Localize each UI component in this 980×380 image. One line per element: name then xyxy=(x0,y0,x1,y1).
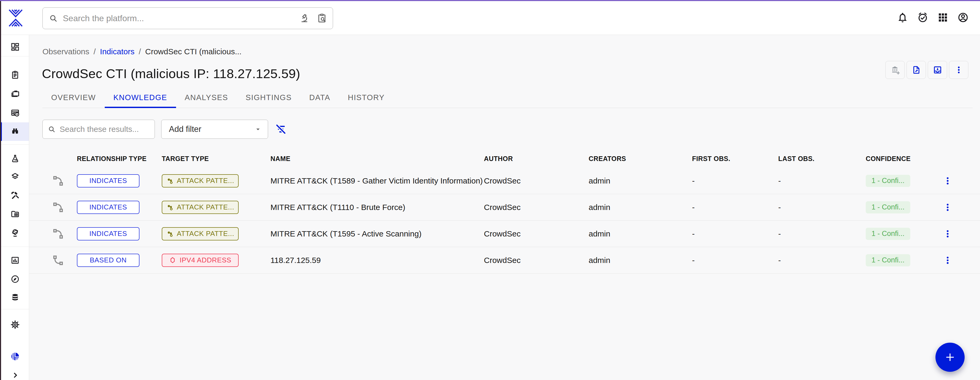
investigations-compass-icon xyxy=(10,274,20,284)
sidebar-item-cases[interactable] xyxy=(1,84,29,103)
dashboard-icon xyxy=(10,42,20,52)
account-circle-icon[interactable] xyxy=(957,12,969,23)
inbox-download-icon xyxy=(933,65,942,75)
breadcrumb-current: CrowdSec CTI (malicious... xyxy=(145,47,242,56)
attack-pattern-icon xyxy=(166,204,174,211)
sidebar-divider xyxy=(1,309,29,309)
table-row[interactable]: BASED ON IPV4 ADDRESS 118.27.125.59 Crow… xyxy=(29,247,980,274)
search-icon xyxy=(48,125,56,133)
sidebar-item-techniques[interactable] xyxy=(1,186,29,205)
entities-folder-icon xyxy=(10,209,20,219)
column-creators: CREATORS xyxy=(589,155,626,163)
sidebar-item-locations[interactable] xyxy=(1,223,29,242)
attack-pattern-icon xyxy=(166,177,174,185)
column-confidence: CONFIDENCE xyxy=(866,155,910,163)
sidebar-item-filigran[interactable] xyxy=(1,347,29,366)
sidebar-item-threats[interactable] xyxy=(1,149,29,168)
column-author: AUTHOR xyxy=(484,155,513,163)
sidebar-item-events[interactable] xyxy=(1,104,29,122)
author-cell: CrowdSec xyxy=(484,256,520,265)
target-type-chip: ATTACK PATTE... xyxy=(162,201,239,214)
sidebar-item-dashboards[interactable] xyxy=(1,251,29,269)
table-row[interactable]: INDICATES ATTACK PATTE... MITRE ATT&CK (… xyxy=(29,220,980,247)
dashboards-chart-icon xyxy=(10,255,20,265)
header-actions xyxy=(885,61,968,79)
target-type-chip: ATTACK PATTE... xyxy=(162,174,239,187)
sidebar-item-investigations[interactable] xyxy=(1,270,29,288)
threats-flask-icon xyxy=(10,154,20,163)
global-search-input[interactable] xyxy=(63,14,294,23)
kebab-menu-icon xyxy=(943,229,953,239)
opencti-logo[interactable] xyxy=(7,8,24,27)
row-menu-button[interactable] xyxy=(941,173,954,189)
row-menu-button[interactable] xyxy=(941,225,954,242)
settings-gear-icon xyxy=(10,320,20,329)
last-obs-cell: - xyxy=(778,256,781,265)
topbar xyxy=(1,1,980,35)
relationship-link-icon xyxy=(52,254,64,267)
table-row[interactable]: INDICATES ATTACK PATTE... MITRE ATT&CK (… xyxy=(29,168,980,194)
sidebar-item-analyses[interactable] xyxy=(1,66,29,84)
tab-data[interactable]: DATA xyxy=(301,87,339,108)
observations-binoculars-icon xyxy=(10,127,20,136)
first-obs-cell: - xyxy=(692,256,695,265)
relationship-link-icon xyxy=(52,228,64,240)
main-content: Observations / Indicators / CrowdSec CTI… xyxy=(29,35,980,380)
export-button[interactable] xyxy=(907,61,926,79)
expand-chevron-icon xyxy=(11,371,20,380)
creators-cell: admin xyxy=(589,229,610,238)
first-obs-cell: - xyxy=(692,203,695,212)
window-edge xyxy=(0,1,1,380)
plus-icon xyxy=(943,350,957,364)
first-obs-cell: - xyxy=(692,229,695,238)
row-menu-button[interactable] xyxy=(941,252,954,269)
target-type-chip: IPV4 ADDRESS xyxy=(162,254,239,267)
sidebar-item-arsenal[interactable] xyxy=(1,167,29,186)
first-obs-cell: - xyxy=(692,176,695,185)
sidebar-item-entities[interactable] xyxy=(1,205,29,223)
row-menu-button[interactable] xyxy=(941,199,954,216)
tab-sightings[interactable]: SIGHTINGS xyxy=(237,87,301,108)
search-icon xyxy=(49,14,58,23)
column-target-type: TARGET TYPE xyxy=(162,155,209,163)
table-row[interactable]: INDICATES ATTACK PATTE... MITRE ATT&CK (… xyxy=(29,194,980,220)
column-first-obs: FIRST OBS. xyxy=(692,155,730,163)
create-relationship-fab[interactable] xyxy=(935,343,965,372)
entity-tabs: OVERVIEW KNOWLEDGE ANALYSES SIGHTINGS DA… xyxy=(43,87,972,108)
breadcrumb: Observations / Indicators / CrowdSec CTI… xyxy=(43,47,242,56)
relationship-type-chip: INDICATES xyxy=(77,174,140,187)
relationship-link-icon xyxy=(52,201,64,214)
tab-analyses[interactable]: ANALYSES xyxy=(176,87,237,108)
download-inbox-button[interactable] xyxy=(928,61,947,79)
sidebar-item-expand[interactable] xyxy=(1,366,29,380)
alarm-check-icon[interactable] xyxy=(917,12,929,23)
sidebar-item-data[interactable] xyxy=(1,288,29,307)
filigran-sphere-icon xyxy=(10,352,20,361)
apps-grid-icon[interactable] xyxy=(937,12,949,23)
results-search-input[interactable] xyxy=(60,125,150,134)
notifications-bell-icon[interactable] xyxy=(897,12,908,23)
tab-overview[interactable]: OVERVIEW xyxy=(43,87,105,108)
paste-search-icon[interactable] xyxy=(317,13,327,23)
tab-history[interactable]: HISTORY xyxy=(339,87,393,108)
confidence-chip: 1 - Confi... xyxy=(866,228,910,240)
arsenal-layers-icon xyxy=(10,172,20,181)
breadcrumb-indicators[interactable]: Indicators xyxy=(100,47,134,56)
confidence-chip: 1 - Confi... xyxy=(866,201,910,214)
breadcrumb-observations[interactable]: Observations xyxy=(43,47,89,56)
relationship-link-icon xyxy=(52,174,64,187)
microscope-icon[interactable] xyxy=(299,13,309,23)
sidebar-item-settings[interactable] xyxy=(1,315,29,334)
clear-filters-button[interactable] xyxy=(274,123,287,136)
results-search xyxy=(43,120,155,139)
sidebar-item-dashboard[interactable] xyxy=(1,38,29,56)
enroll-organization-button[interactable] xyxy=(885,61,905,79)
tab-knowledge[interactable]: KNOWLEDGE xyxy=(105,87,176,108)
add-filter-select[interactable]: Add filter xyxy=(161,120,268,139)
more-options-button[interactable] xyxy=(949,61,968,79)
last-obs-cell: - xyxy=(778,229,781,238)
target-type-chip: ATTACK PATTE... xyxy=(162,227,239,241)
sidebar-item-observations[interactable] xyxy=(1,122,29,141)
data-database-icon xyxy=(10,293,20,302)
creators-cell: admin xyxy=(589,176,610,185)
